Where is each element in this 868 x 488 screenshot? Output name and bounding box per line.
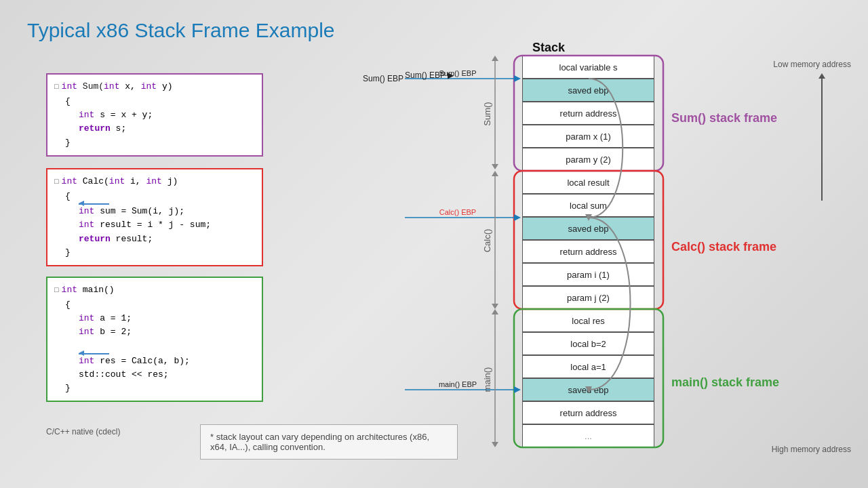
stack-svg: Sum() stack frame Calc() stack frame mai… bbox=[390, 41, 865, 488]
ebp-arrowhead-calc bbox=[514, 214, 521, 221]
code-calc-line4: return result; bbox=[54, 232, 255, 246]
curve-sum-to-calc bbox=[589, 79, 623, 218]
frame-calc bbox=[514, 171, 663, 309]
col-label-calc: Calc() bbox=[482, 229, 492, 253]
col-arrow-up-calc bbox=[492, 171, 498, 176]
ebp-arrowhead-sum bbox=[514, 75, 521, 82]
collapse-icon-sum[interactable]: □ bbox=[54, 81, 59, 93]
ebp-arrowhead-main bbox=[514, 386, 521, 393]
col-arrow-down-calc bbox=[492, 304, 498, 309]
code-main-header: int main() bbox=[62, 283, 115, 297]
code-sum-line3: return s; bbox=[54, 122, 255, 136]
col-arrow-down-sum bbox=[492, 164, 498, 169]
code-box-calc: □ int Calc(int i, int j) { int sum = Sum… bbox=[46, 168, 263, 266]
code-calc-line5: } bbox=[54, 246, 255, 260]
code-main-blank bbox=[54, 340, 255, 353]
code-caption: C/C++ native (cdecl) bbox=[46, 427, 120, 436]
code-box-main: □ int main() { int a = 1; int b = 2; int… bbox=[46, 277, 263, 402]
code-sum-line1: { bbox=[54, 95, 255, 108]
collapse-icon-main[interactable]: □ bbox=[54, 285, 59, 296]
code-box-sum: □ int Sum(int x, int y) { int s = x + y;… bbox=[46, 73, 263, 157]
code-main-line2: int a = 1; bbox=[54, 312, 255, 325]
code-main-line4: int res = Calc(a, b); bbox=[54, 354, 255, 368]
code-sum-line2: int s = x + y; bbox=[54, 108, 255, 122]
code-main-line5: std::cout << res; bbox=[54, 368, 255, 382]
curve-calc-to-main bbox=[589, 218, 631, 390]
frame-main bbox=[514, 309, 663, 447]
col-arrow-down-main bbox=[492, 442, 498, 447]
code-sum-header: int Sum(int x, int y) bbox=[62, 80, 173, 94]
col-label-sum: Sum() bbox=[482, 102, 492, 125]
code-main-line3: int b = 2; bbox=[54, 325, 255, 339]
frame-label-calc: Calc() stack frame bbox=[671, 240, 776, 253]
frame-label-sum: Sum() stack frame bbox=[671, 111, 777, 125]
ebp-text-main: main() EBP bbox=[439, 380, 477, 388]
col-label-main: main() bbox=[482, 367, 492, 392]
code-calc-line1: { bbox=[54, 190, 255, 203]
code-calc-header: int Calc(int i, int j) bbox=[62, 175, 178, 188]
code-calc-line3: int result = i * j - sum; bbox=[54, 218, 255, 232]
code-main-line1: { bbox=[54, 298, 255, 312]
code-main-line6: } bbox=[54, 382, 255, 395]
ebp-label-sum: Sum() EBP bbox=[363, 74, 403, 83]
frame-sum bbox=[514, 56, 663, 171]
code-calc-line2: int sum = Sum(i, j); bbox=[54, 205, 255, 218]
ebp-text-sum: Sum() EBP bbox=[439, 69, 476, 77]
ebp-text-calc: Calc() EBP bbox=[439, 208, 476, 216]
frame-label-main: main() stack frame bbox=[671, 375, 779, 389]
col-arrow-up-main bbox=[492, 309, 498, 314]
page-title: Typical x86 Stack Frame Example bbox=[27, 19, 335, 42]
col-arrow-up-sum bbox=[492, 56, 498, 61]
collapse-icon-calc[interactable]: □ bbox=[54, 176, 59, 188]
code-sum-line4: } bbox=[54, 136, 255, 150]
